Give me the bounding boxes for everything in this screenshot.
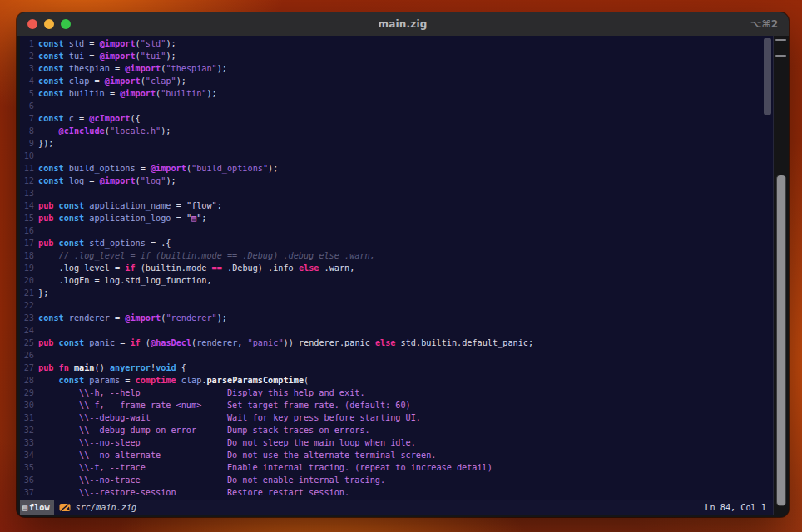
code-token: const xyxy=(59,338,85,347)
code-token: }; xyxy=(38,288,48,298)
code-line: 9}); xyxy=(20,137,773,150)
code-token: ); xyxy=(166,176,176,185)
code-token: std_options xyxy=(89,239,145,248)
code-line: 23const renderer = @import("renderer"); xyxy=(20,312,773,324)
line-number: 15 xyxy=(20,212,34,224)
code-token: @cImport xyxy=(89,114,130,123)
code-line: 22 xyxy=(20,299,773,312)
code-token: const xyxy=(38,39,64,48)
code-token: const xyxy=(38,114,64,123)
code-line: 8 @cInclude("locale.h"); xyxy=(20,125,773,137)
line-number: 16 xyxy=(20,224,34,237)
code-token: .Debug) .info xyxy=(222,264,299,273)
code-token: "std" xyxy=(141,39,166,48)
code-token xyxy=(38,126,59,135)
window-title: main.zig xyxy=(17,18,789,30)
line-number: 35 xyxy=(20,461,34,474)
line-number: 27 xyxy=(20,362,34,374)
app-badge[interactable]: ▤ flow xyxy=(20,500,54,515)
code-line: 17pub const std_options = .{ xyxy=(20,237,773,249)
code-token: pub xyxy=(38,363,53,372)
code-line: 3const thespian = @import("thespian"); xyxy=(20,62,773,75)
code-token: @import xyxy=(125,64,161,73)
code-line: 20 .logFn = log.std_log_function, xyxy=(20,274,773,287)
code-token: \\--debug-dump-on-error Dump stack trace… xyxy=(38,426,370,435)
code-token: == xyxy=(212,264,222,273)
code-token: comptime xyxy=(136,376,176,385)
code-token: "tui" xyxy=(141,52,166,61)
code-line: 28 const params = comptime clap.parsePar… xyxy=(20,374,773,387)
code-line: 15pub const application_logo = "▤"; xyxy=(20,212,773,224)
code-token: const xyxy=(38,64,64,73)
code-line: 32 \\--debug-dump-on-error Dump stack tr… xyxy=(20,424,773,436)
code-token: ); xyxy=(176,76,186,86)
code-token: { xyxy=(176,363,186,372)
line-number: 26 xyxy=(20,349,34,362)
code-token: parseParamsComptime xyxy=(206,376,304,385)
line-number: 5 xyxy=(20,87,34,100)
window-hotkey-badge: ⌥⌘2 xyxy=(750,18,778,30)
line-number: 30 xyxy=(20,399,34,411)
line-number: 28 xyxy=(20,374,34,387)
status-bar: ▤ flow src/main.zig Ln 84, Col 1 xyxy=(20,500,773,515)
code-token: \\--no-trace Do not enable internal trac… xyxy=(38,475,385,485)
code-line: 11const build_options = @import("build_o… xyxy=(20,162,773,175)
code-token: // .log_level = if (builtin.mode == .Deb… xyxy=(38,251,375,260)
line-number: 22 xyxy=(20,299,34,312)
code-token: application_name xyxy=(89,201,171,210)
code-token: fn xyxy=(59,363,69,372)
code-token: "locale.h" xyxy=(110,126,161,135)
code-editor[interactable]: 1const std = @import("std");2const tui =… xyxy=(20,36,774,515)
code-token: tui xyxy=(69,52,84,61)
code-token: @import xyxy=(125,313,161,323)
line-number: 32 xyxy=(20,424,34,436)
code-token: const xyxy=(38,176,64,185)
line-number: 29 xyxy=(20,387,34,399)
code-token: application_logo xyxy=(89,214,171,223)
code-token: = xyxy=(110,64,125,73)
line-number: 8 xyxy=(20,125,34,137)
code-line: 37 \\--restore-session Restore restart s… xyxy=(20,486,773,499)
code-token: "renderer" xyxy=(166,313,216,323)
code-token: "thespian" xyxy=(166,64,216,73)
code-token: = xyxy=(120,376,135,385)
code-line: 36 \\--no-trace Do not enable internal t… xyxy=(20,474,773,486)
code-line: 26 xyxy=(20,349,773,362)
editor-scrollbar-thumb[interactable] xyxy=(764,38,771,115)
code-token: ( xyxy=(304,376,309,385)
code-token: log xyxy=(69,176,84,185)
line-number: 1 xyxy=(20,37,34,50)
code-token: = xyxy=(89,76,104,86)
code-token: .log_level = xyxy=(38,264,125,273)
code-line: 35 \\-t, --trace Enable internal tracing… xyxy=(20,461,773,474)
code-token: = xyxy=(136,164,151,173)
window-scrollbar-thumb[interactable] xyxy=(776,175,786,506)
code-line: 29 \\-h, --help Display this help and ex… xyxy=(20,387,773,399)
titlebar[interactable]: main.zig ⌥⌘2 xyxy=(17,12,789,36)
code-token: main xyxy=(74,363,95,372)
code-token: ); xyxy=(166,39,176,48)
code-line: 27pub fn main() anyerror!void { xyxy=(20,362,773,374)
code-token: else xyxy=(299,264,319,273)
code-line: 4const clap = @import("clap"); xyxy=(20,75,773,87)
line-number: 12 xyxy=(20,175,34,187)
code-token: .logFn = log.std_log_function, xyxy=(38,276,212,285)
code-token: @cInclude xyxy=(59,126,105,135)
code-token: @import xyxy=(100,52,136,61)
code-token: ); xyxy=(268,164,278,173)
code-token: @import xyxy=(120,89,156,98)
code-token: }); xyxy=(38,139,53,148)
line-number: 21 xyxy=(20,287,34,299)
code-token: \\-t, --trace Enable internal tracing. (… xyxy=(38,463,493,472)
code-line: 13 xyxy=(20,187,773,200)
code-line: 1const std = @import("std"); xyxy=(20,37,773,50)
code-token: const xyxy=(38,76,64,86)
cursor-position[interactable]: Ln 84, Col 1 xyxy=(705,501,766,514)
code-line: 34 \\--no-alternate Do not use the alter… xyxy=(20,449,773,461)
code-line: 31 \\--debug-wait Wait for key press bef… xyxy=(20,411,773,424)
code-token: renderer xyxy=(196,338,237,347)
code-token: const xyxy=(38,89,64,98)
code-token: const xyxy=(38,164,64,173)
line-number: 34 xyxy=(20,449,34,461)
no-edit-icon xyxy=(59,503,71,512)
